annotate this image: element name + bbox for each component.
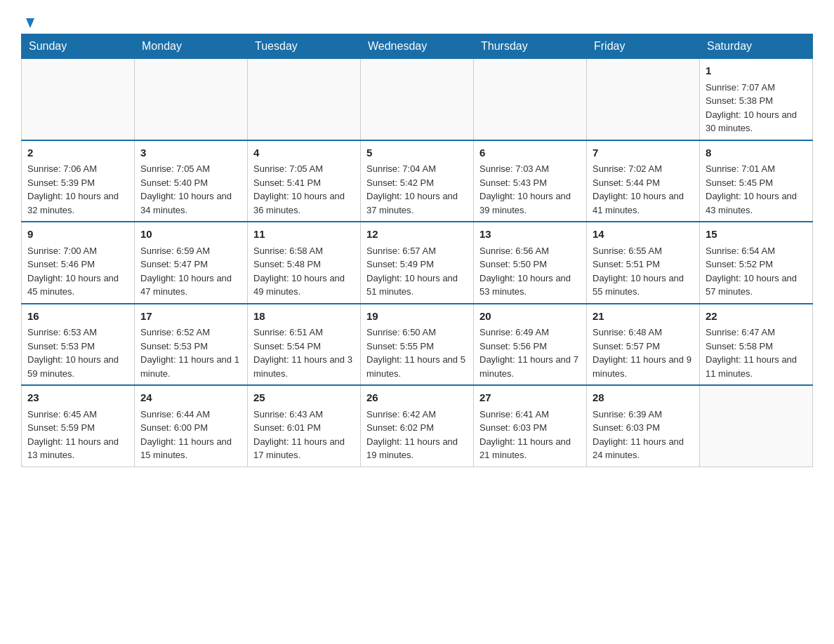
day-info-line: Sunset: 6:02 PM <box>366 421 468 435</box>
day-info-line: Sunrise: 6:55 AM <box>593 244 694 258</box>
day-number: 9 <box>27 227 128 243</box>
day-header-wednesday: Wednesday <box>361 34 474 59</box>
day-info-line: Sunset: 5:53 PM <box>27 340 128 354</box>
day-info-line: Daylight: 11 hours and 24 minutes. <box>593 435 694 462</box>
day-info-line: Sunset: 5:54 PM <box>253 340 355 354</box>
calendar-cell <box>22 59 135 140</box>
day-number: 20 <box>479 309 581 325</box>
day-header-thursday: Thursday <box>474 34 587 59</box>
day-info-line: Sunset: 5:52 PM <box>706 257 807 271</box>
day-info-line: Sunset: 5:42 PM <box>366 176 468 190</box>
day-info-line: Sunrise: 7:00 AM <box>27 244 128 258</box>
calendar-cell: 4Sunrise: 7:05 AMSunset: 5:41 PMDaylight… <box>248 140 361 222</box>
day-number: 24 <box>140 390 241 406</box>
day-number: 2 <box>27 145 128 161</box>
day-info-line: Sunrise: 6:51 AM <box>253 326 355 340</box>
day-header-friday: Friday <box>587 34 700 59</box>
calendar-week-row: 16Sunrise: 6:53 AMSunset: 5:53 PMDayligh… <box>22 304 813 386</box>
calendar-cell <box>587 59 700 140</box>
cell-content: 26Sunrise: 6:42 AMSunset: 6:02 PMDayligh… <box>366 390 468 462</box>
day-number: 21 <box>593 309 694 325</box>
cell-content: 5Sunrise: 7:04 AMSunset: 5:42 PMDaylight… <box>366 145 468 217</box>
day-info-line: Sunset: 5:44 PM <box>593 176 694 190</box>
cell-content: 28Sunrise: 6:39 AMSunset: 6:03 PMDayligh… <box>593 390 694 462</box>
calendar-cell: 23Sunrise: 6:45 AMSunset: 5:59 PMDayligh… <box>22 385 135 467</box>
cell-content: 8Sunrise: 7:01 AMSunset: 5:45 PMDaylight… <box>706 145 807 217</box>
cell-content: 15Sunrise: 6:54 AMSunset: 5:52 PMDayligh… <box>706 227 807 299</box>
day-info-line: Sunset: 5:48 PM <box>253 257 355 271</box>
calendar-cell: 3Sunrise: 7:05 AMSunset: 5:40 PMDaylight… <box>135 140 248 222</box>
calendar-cell <box>135 59 248 140</box>
cell-content: 18Sunrise: 6:51 AMSunset: 5:54 PMDayligh… <box>253 309 355 381</box>
day-info-line: Sunrise: 7:05 AM <box>253 162 355 176</box>
calendar-cell: 27Sunrise: 6:41 AMSunset: 6:03 PMDayligh… <box>474 385 587 467</box>
cell-content: 24Sunrise: 6:44 AMSunset: 6:00 PMDayligh… <box>140 390 241 462</box>
day-info-line: Sunrise: 6:57 AM <box>366 244 468 258</box>
day-info-line: Sunset: 5:38 PM <box>706 94 807 108</box>
cell-content: 27Sunrise: 6:41 AMSunset: 6:03 PMDayligh… <box>479 390 581 462</box>
day-info-line: Sunrise: 7:04 AM <box>366 162 468 176</box>
day-info-line: Sunset: 5:59 PM <box>27 421 128 435</box>
calendar-cell <box>248 59 361 140</box>
cell-content: 12Sunrise: 6:57 AMSunset: 5:49 PMDayligh… <box>366 227 468 299</box>
calendar-cell <box>700 385 813 467</box>
calendar-cell: 14Sunrise: 6:55 AMSunset: 5:51 PMDayligh… <box>587 222 700 304</box>
day-info-line: Sunrise: 7:05 AM <box>140 162 241 176</box>
calendar-cell: 22Sunrise: 6:47 AMSunset: 5:58 PMDayligh… <box>700 304 813 386</box>
day-header-monday: Monday <box>135 34 248 59</box>
day-header-tuesday: Tuesday <box>248 34 361 59</box>
day-info-line: Sunrise: 6:43 AM <box>253 408 355 422</box>
cell-content: 11Sunrise: 6:58 AMSunset: 5:48 PMDayligh… <box>253 227 355 299</box>
calendar-cell: 1Sunrise: 7:07 AMSunset: 5:38 PMDaylight… <box>700 59 813 140</box>
cell-content: 2Sunrise: 7:06 AMSunset: 5:39 PMDaylight… <box>27 145 128 217</box>
day-info-line: Sunrise: 6:59 AM <box>140 244 241 258</box>
calendar-cell: 18Sunrise: 6:51 AMSunset: 5:54 PMDayligh… <box>248 304 361 386</box>
day-info-line: Daylight: 10 hours and 47 minutes. <box>140 271 241 299</box>
day-info-line: Sunrise: 6:58 AM <box>253 244 355 258</box>
day-info-line: Daylight: 11 hours and 9 minutes. <box>593 353 694 380</box>
day-info-line: Sunset: 5:39 PM <box>27 176 128 190</box>
day-info-line: Daylight: 10 hours and 55 minutes. <box>593 271 694 299</box>
cell-content: 22Sunrise: 6:47 AMSunset: 5:58 PMDayligh… <box>706 309 807 381</box>
day-number: 7 <box>593 145 694 161</box>
cell-content: 6Sunrise: 7:03 AMSunset: 5:43 PMDaylight… <box>479 145 581 217</box>
day-number: 3 <box>140 145 241 161</box>
day-header-sunday: Sunday <box>22 34 135 59</box>
day-info-line: Sunset: 5:53 PM <box>140 340 241 354</box>
day-info-line: Sunset: 5:40 PM <box>140 176 241 190</box>
cell-content: 14Sunrise: 6:55 AMSunset: 5:51 PMDayligh… <box>593 227 694 299</box>
logo <box>21 14 38 27</box>
day-info-line: Sunrise: 7:03 AM <box>479 162 581 176</box>
day-info-line: Sunset: 6:03 PM <box>479 421 581 435</box>
cell-content: 3Sunrise: 7:05 AMSunset: 5:40 PMDaylight… <box>140 145 241 217</box>
svg-marker-0 <box>26 18 34 28</box>
cell-content: 7Sunrise: 7:02 AMSunset: 5:44 PMDaylight… <box>593 145 694 217</box>
day-number: 25 <box>253 390 355 406</box>
cell-content: 21Sunrise: 6:48 AMSunset: 5:57 PMDayligh… <box>593 309 694 381</box>
day-info-line: Daylight: 11 hours and 1 minute. <box>140 353 241 380</box>
day-number: 23 <box>27 390 128 406</box>
day-number: 11 <box>253 227 355 243</box>
day-info-line: Daylight: 10 hours and 51 minutes. <box>366 271 468 299</box>
day-number: 27 <box>479 390 581 406</box>
calendar-cell: 9Sunrise: 7:00 AMSunset: 5:46 PMDaylight… <box>22 222 135 304</box>
day-number: 19 <box>366 309 468 325</box>
calendar-cell: 11Sunrise: 6:58 AMSunset: 5:48 PMDayligh… <box>248 222 361 304</box>
day-info-line: Sunset: 5:47 PM <box>140 257 241 271</box>
day-number: 10 <box>140 227 241 243</box>
calendar-week-row: 2Sunrise: 7:06 AMSunset: 5:39 PMDaylight… <box>22 140 813 222</box>
day-info-line: Sunrise: 6:49 AM <box>479 326 581 340</box>
day-info-line: Sunset: 6:03 PM <box>593 421 694 435</box>
day-info-line: Daylight: 11 hours and 17 minutes. <box>253 435 355 462</box>
calendar-header-row: SundayMondayTuesdayWednesdayThursdayFrid… <box>22 34 813 59</box>
calendar-week-row: 1Sunrise: 7:07 AMSunset: 5:38 PMDaylight… <box>22 59 813 140</box>
calendar-cell: 15Sunrise: 6:54 AMSunset: 5:52 PMDayligh… <box>700 222 813 304</box>
cell-content: 25Sunrise: 6:43 AMSunset: 6:01 PMDayligh… <box>253 390 355 462</box>
day-number: 28 <box>593 390 694 406</box>
day-info-line: Daylight: 10 hours and 45 minutes. <box>27 271 128 299</box>
day-info-line: Sunrise: 6:47 AM <box>706 326 807 340</box>
calendar-cell: 25Sunrise: 6:43 AMSunset: 6:01 PMDayligh… <box>248 385 361 467</box>
day-info-line: Sunset: 5:41 PM <box>253 176 355 190</box>
day-info-line: Daylight: 10 hours and 30 minutes. <box>706 108 807 135</box>
logo-triangle-icon <box>22 15 38 31</box>
